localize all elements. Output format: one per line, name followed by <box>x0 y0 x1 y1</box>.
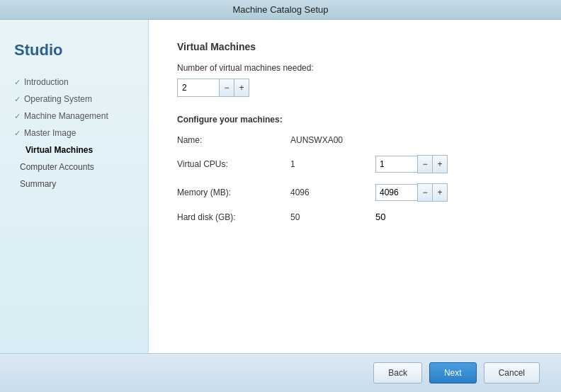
cancel-button[interactable]: Cancel <box>484 362 540 384</box>
vcpu-increment-button[interactable]: + <box>432 155 448 173</box>
harddisk-label: Hard disk (GB): <box>177 212 290 222</box>
vm-count-group: − + <box>177 79 533 97</box>
sidebar-item-virtual-machines[interactable]: Virtual Machines <box>0 142 148 158</box>
check-icon: ✓ <box>14 78 21 87</box>
main-content: Virtual Machines Number of virtual machi… <box>149 20 561 353</box>
vcpu-value: 1 <box>290 159 375 169</box>
configure-label: Configure your machines: <box>177 115 533 125</box>
memory-increment-button[interactable]: + <box>432 183 448 202</box>
next-button[interactable]: Next <box>429 362 477 384</box>
vm-count-label: Number of virtual machines needed: <box>177 63 533 73</box>
vm-count-input[interactable] <box>177 79 220 97</box>
vcpu-label: Virtual CPUs: <box>177 159 290 169</box>
name-value: AUNSWXA00 <box>290 135 375 145</box>
footer-bar: Back Next Cancel <box>0 353 561 392</box>
check-icon: ✓ <box>14 129 21 138</box>
vcpu-input-group: − + <box>375 155 448 173</box>
vcpu-input[interactable] <box>375 156 418 173</box>
section-title: Virtual Machines <box>177 41 533 52</box>
vcpu-row: Virtual CPUs: 1 − + <box>177 155 533 173</box>
sidebar-item-summary[interactable]: Summary <box>0 175 148 192</box>
memory-input[interactable] <box>375 184 418 201</box>
memory-value: 4096 <box>290 188 375 197</box>
vm-count-increment-button[interactable]: + <box>234 79 249 97</box>
sidebar-item-operating-system[interactable]: ✓ Operating System <box>0 91 148 108</box>
check-icon: ✓ <box>14 95 21 104</box>
memory-decrement-button[interactable]: − <box>417 183 433 202</box>
harddisk-value: 50 <box>290 212 375 222</box>
sidebar-item-master-image[interactable]: ✓ Master Image <box>0 125 148 142</box>
config-table: Name: AUNSWXA00 Virtual CPUs: 1 − + Memo… <box>177 135 533 222</box>
memory-row: Memory (MB): 4096 − + <box>177 183 533 202</box>
check-icon: ✓ <box>14 112 21 121</box>
vm-count-decrement-button[interactable]: − <box>219 79 234 97</box>
vcpu-decrement-button[interactable]: − <box>417 155 433 173</box>
sidebar-item-machine-management[interactable]: ✓ Machine Management <box>0 108 148 125</box>
sidebar: Studio ✓ Introduction ✓ Operating System… <box>0 20 149 353</box>
name-row: Name: AUNSWXA00 <box>177 135 533 145</box>
harddisk-input-group: 50 <box>375 212 385 222</box>
sidebar-title: Studio <box>0 34 148 74</box>
memory-input-group: − + <box>375 183 448 202</box>
harddisk-display: 50 <box>375 212 385 222</box>
harddisk-row: Hard disk (GB): 50 50 <box>177 212 533 222</box>
name-label: Name: <box>177 135 290 145</box>
memory-label: Memory (MB): <box>177 188 290 197</box>
sidebar-item-introduction[interactable]: ✓ Introduction <box>0 74 148 91</box>
back-button[interactable]: Back <box>373 362 422 384</box>
dialog-title: Machine Catalog Setup <box>232 4 328 15</box>
sidebar-item-computer-accounts[interactable]: Computer Accounts <box>0 158 148 175</box>
